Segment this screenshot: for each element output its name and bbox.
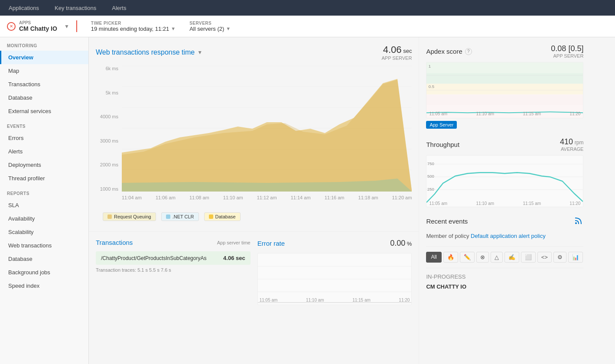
- apps-info: APPS CM Chatty IO: [19, 20, 57, 32]
- x-label-9: 11:20 am: [392, 195, 412, 200]
- rss-feed-icon[interactable]: [575, 216, 583, 227]
- apdex-x-2: 11:10 am: [476, 111, 494, 116]
- filter-edit-button[interactable]: ✏️: [460, 252, 475, 263]
- filter-buttons: All 🔥 ✏️ ⊗ △ ✍ ⬜ <> ⚙ 📊: [426, 252, 583, 263]
- right-panel: Apdex score ? 0.08 [0.5] APP SERVER: [419, 37, 590, 364]
- throughput-label: AVERAGE: [560, 146, 583, 152]
- filter-chart-button[interactable]: 📊: [568, 252, 583, 263]
- recent-events-title: Recent events: [426, 218, 468, 225]
- reports-section-label: REPORTS: [0, 185, 88, 198]
- x-label-5: 11:12 am: [257, 195, 277, 200]
- error-x-2: 11:10 am: [306, 298, 324, 302]
- filter-all-button[interactable]: All: [426, 252, 441, 263]
- transactions-panel: Transactions App server time /ChattyProd…: [96, 239, 251, 305]
- y-label-4k: 4000 ms: [96, 114, 118, 119]
- svg-text:500: 500: [427, 174, 434, 179]
- filter-warning-button[interactable]: △: [491, 252, 503, 263]
- main-layout: MONITORING Overview Map Transactions Dat…: [0, 37, 615, 364]
- svg-rect-14: [426, 62, 583, 73]
- sidebar-item-background-jobs[interactable]: Background jobs: [0, 266, 88, 279]
- main-chart-area: 6k ms 5k ms 4000 ms 3000 ms 2000 ms 1000…: [96, 66, 412, 209]
- chart-title[interactable]: Web transactions response time ▼: [96, 49, 202, 56]
- svg-point-29: [575, 222, 577, 224]
- throughput-title: Throughput: [426, 141, 459, 148]
- sidebar-item-web-transactions[interactable]: Web transactions: [0, 239, 88, 252]
- x-label-6: 11:14 am: [291, 195, 311, 200]
- nav-key-transactions[interactable]: Key transactions: [51, 3, 100, 13]
- legend-net-clr[interactable]: .NET CLR: [161, 212, 199, 221]
- sidebar: MONITORING Overview Map Transactions Dat…: [0, 37, 89, 364]
- sidebar-item-database[interactable]: Database: [0, 91, 88, 104]
- sidebar-item-sla[interactable]: SLA: [0, 198, 88, 212]
- legend-label-database: Database: [215, 214, 236, 219]
- x-label-1: 11:04 am: [122, 195, 142, 200]
- filter-gear-button[interactable]: ⚙: [553, 252, 566, 263]
- in-progress-title: In-Progress: [426, 273, 583, 280]
- sidebar-item-errors[interactable]: Errors: [0, 131, 88, 145]
- sidebar-item-external-services[interactable]: External services: [0, 104, 88, 118]
- nav-applications[interactable]: Applications: [5, 3, 42, 13]
- chart-title-chevron-icon: ▼: [197, 49, 202, 55]
- apps-selector[interactable]: ✕ APPS CM Chatty IO ▼: [7, 20, 77, 32]
- error-title[interactable]: Error rate: [257, 240, 285, 247]
- recent-events-header: Recent events: [426, 216, 583, 227]
- filter-pencil-button[interactable]: ✍: [504, 252, 519, 263]
- legend-label-net-clr: .NET CLR: [172, 214, 194, 219]
- y-label-2k: 2000 ms: [96, 162, 118, 167]
- sidebar-item-alerts[interactable]: Alerts: [0, 145, 88, 158]
- legend-dot-database: [209, 214, 213, 219]
- sidebar-item-database-reports[interactable]: Database: [0, 252, 88, 266]
- sidebar-item-speed-index[interactable]: Speed index: [0, 279, 88, 292]
- filter-code-button[interactable]: <>: [537, 252, 552, 263]
- sidebar-item-availability[interactable]: Availability: [0, 212, 88, 225]
- legend-database[interactable]: Database: [204, 212, 241, 221]
- error-x-3: 11:15 am: [352, 298, 371, 302]
- recent-events-section: Recent events Member of policy Default a…: [426, 216, 583, 290]
- sidebar-item-transactions[interactable]: Transactions: [0, 78, 88, 91]
- y-label-3k: 3000 ms: [96, 138, 118, 143]
- sidebar-item-scalability[interactable]: Scalability: [0, 225, 88, 239]
- error-header: Error rate 0.00 %: [257, 239, 412, 248]
- error-rate-panel: Error rate 0.00 %: [257, 239, 412, 305]
- sidebar-item-map[interactable]: Map: [0, 64, 88, 78]
- monitoring-section-label: MONITORING: [0, 37, 88, 51]
- throughput-header: Throughput 410 rpm AVERAGE: [426, 137, 583, 152]
- filter-cancel-button[interactable]: ⊗: [476, 252, 489, 263]
- transaction-row[interactable]: /ChattyProduct/GetProductsInSubCategoryA…: [96, 251, 251, 265]
- apps-chevron-icon: ▼: [64, 23, 69, 29]
- policy-link[interactable]: Default application alert policy: [471, 233, 546, 239]
- servers-value: All servers (2) ▼: [189, 26, 231, 32]
- app-server-badge[interactable]: App Server: [426, 118, 583, 129]
- servers-chevron-icon: ▼: [226, 26, 231, 31]
- in-progress-section: In-Progress CM CHATTY IO: [426, 268, 583, 290]
- apdex-help-icon[interactable]: ?: [465, 48, 472, 55]
- chart-legend: Request Queuing .NET CLR Database: [96, 209, 412, 224]
- legend-request-queuing[interactable]: Request Queuing: [103, 212, 156, 221]
- legend-dot-request-queuing: [107, 214, 112, 219]
- filter-display-button[interactable]: ⬜: [521, 252, 536, 263]
- time-picker[interactable]: TIME PICKER 19 minutes ending today, 11:…: [91, 21, 176, 32]
- chart-stat-value: 4.06 sec: [382, 44, 412, 55]
- servers-picker[interactable]: SERVERS All servers (2) ▼: [189, 21, 231, 32]
- time-picker-chevron-icon: ▼: [171, 26, 176, 31]
- transactions-title[interactable]: Transactions: [96, 239, 133, 246]
- apdex-title: Apdex score ?: [426, 48, 472, 55]
- apps-label: APPS: [19, 20, 57, 25]
- apps-warning-icon: ✕: [7, 22, 16, 31]
- svg-rect-15: [426, 73, 583, 84]
- svg-text:1: 1: [429, 64, 431, 68]
- filter-fire-button[interactable]: 🔥: [443, 252, 458, 263]
- error-value: 0.00: [390, 239, 405, 247]
- svg-text:0.5: 0.5: [429, 84, 434, 89]
- apdex-section: Apdex score ? 0.08 [0.5] APP SERVER: [426, 44, 583, 129]
- sidebar-item-deployments[interactable]: Deployments: [0, 158, 88, 172]
- sidebar-item-overview[interactable]: Overview: [0, 51, 88, 64]
- chart-x-axis: 11:04 am 11:06 am 11:08 am 11:10 am 11:1…: [122, 192, 412, 209]
- transaction-name: /ChattyProduct/GetProductsInSubCategoryA…: [101, 255, 223, 261]
- apdex-score: 0.08 [0.5]: [551, 44, 583, 53]
- apdex-x-4: 11:20: [569, 111, 580, 116]
- x-label-7: 11:16 am: [325, 195, 345, 200]
- sidebar-item-thread-profiler[interactable]: Thread profiler: [0, 172, 88, 185]
- nav-alerts[interactable]: Alerts: [108, 3, 130, 13]
- apdex-score-label: APP SERVER: [551, 53, 583, 58]
